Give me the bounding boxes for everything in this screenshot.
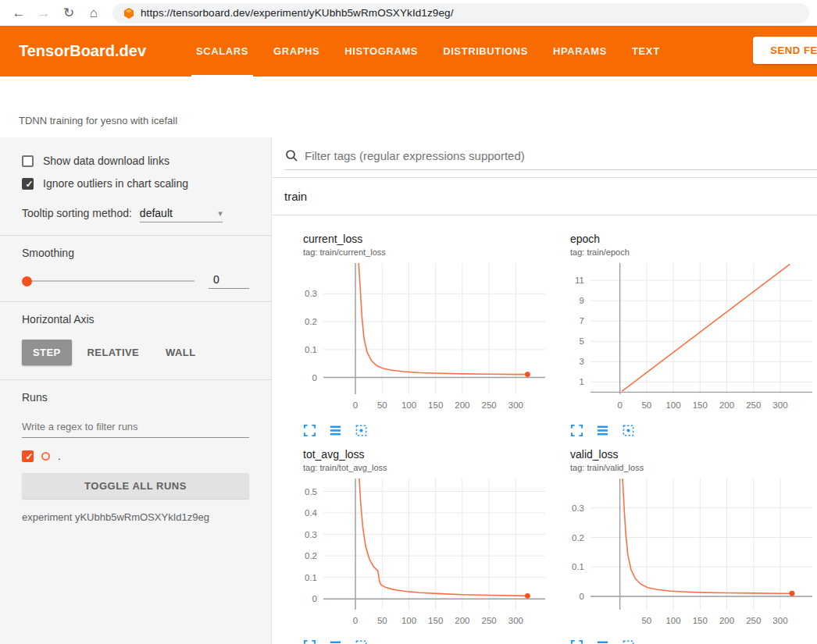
app-header: TensorBoard.dev SCALARSGRAPHSHISTOGRAMSD… <box>0 26 817 76</box>
fullscreen-icon[interactable] <box>303 424 316 437</box>
x-tick-label: 200 <box>455 400 469 410</box>
chart-toolbar <box>551 424 817 437</box>
chart-toolbar <box>284 424 551 437</box>
fit-domain-icon[interactable] <box>622 424 635 437</box>
y-tick-label: 0.1 <box>572 562 584 571</box>
x-tick-label: 0 <box>353 616 358 625</box>
chart-plot[interactable]: 05010015020025030000.10.20.3 <box>284 260 551 416</box>
y-tick-label: 0.3 <box>305 530 317 539</box>
chart-tag: tag: train/valid_loss <box>551 463 817 472</box>
x-tick-label: 200 <box>719 616 734 625</box>
y-tick-label: 3 <box>580 357 584 366</box>
x-tick-label: 250 <box>746 616 761 625</box>
axis-wall-button[interactable]: WALL <box>155 340 206 365</box>
show-download-links-checkbox[interactable]: Show data download links <box>22 155 249 167</box>
toggle-all-runs-button[interactable]: TOGGLE ALL RUNS <box>22 473 249 499</box>
chart-title: current_loss <box>284 233 551 245</box>
sidebar-divider <box>0 235 271 236</box>
tooltip-sorting-value: default <box>140 207 173 219</box>
browser-chrome: ← → ↻ ⌂ https://tensorboard.dev/experime… <box>0 0 817 26</box>
checkbox-unchecked-icon <box>22 155 34 167</box>
chart-card-epoch: epochtag: train/epoch0501001502002503001… <box>551 233 817 437</box>
run-checkbox-checked-icon[interactable] <box>22 450 34 462</box>
chart-grid: current_losstag: train/current_loss05010… <box>272 215 817 644</box>
view-data-icon[interactable] <box>329 424 342 437</box>
chart-plot[interactable]: 0501001502002503001357911 <box>551 260 817 416</box>
filter-tags-row <box>284 148 817 170</box>
y-tick-label: 0.2 <box>572 533 584 543</box>
fullscreen-icon[interactable] <box>570 424 583 437</box>
tooltip-sorting-label: Tooltip sorting method: <box>22 207 132 219</box>
y-tick-label: 0.1 <box>305 573 317 582</box>
y-tick-label: 7 <box>580 316 584 326</box>
chart-plot[interactable]: 5010015020025030000.10.20.3 <box>551 475 817 632</box>
y-tick-label: 1 <box>580 377 584 386</box>
x-tick-label: 150 <box>693 616 708 625</box>
url-text: https://tensorboard.dev/experiment/yKUbh… <box>141 7 454 19</box>
y-tick-label: 9 <box>580 296 584 305</box>
x-tick-label: 100 <box>401 400 416 410</box>
back-icon[interactable]: ← <box>8 2 30 24</box>
y-tick-label: 0.2 <box>305 317 317 326</box>
horizontal-axis-label: Horizontal Axis <box>22 313 249 326</box>
checkbox-checked-icon <box>22 178 34 190</box>
chart-tag: tag: train/current_loss <box>284 247 551 257</box>
content: Show data download links Ignore outliers… <box>0 137 817 644</box>
chart-title: tot_avg_loss <box>284 448 551 461</box>
tab-scalars[interactable]: SCALARS <box>184 26 261 76</box>
forward-icon[interactable]: → <box>33 2 55 24</box>
final-point-dot <box>790 591 795 596</box>
smoothing-value-input[interactable]: 0 <box>209 273 249 289</box>
x-tick-label: 250 <box>482 400 497 410</box>
ignore-outliers-checkbox[interactable]: Ignore outliers in chart scaling <box>22 177 249 190</box>
fit-domain-icon[interactable] <box>355 639 368 644</box>
fit-domain-icon[interactable] <box>622 639 635 644</box>
y-tick-label: 0.3 <box>305 289 317 298</box>
chart-title: epoch <box>551 233 817 245</box>
x-tick-label: 50 <box>377 616 387 625</box>
run-row[interactable]: . <box>22 450 249 462</box>
axis-step-button[interactable]: STEP <box>22 340 72 365</box>
chart-tag: tag: train/tot_avg_loss <box>284 463 551 472</box>
y-tick-label: 5 <box>580 336 584 346</box>
tab-graphs[interactable]: GRAPHS <box>261 26 332 76</box>
home-icon[interactable]: ⌂ <box>83 2 105 24</box>
view-data-icon[interactable] <box>329 639 342 644</box>
tab-histograms[interactable]: HISTOGRAMS <box>332 26 430 76</box>
x-tick-label: 250 <box>746 400 761 410</box>
tab-text[interactable]: TEXT <box>619 26 673 76</box>
site-favicon <box>123 8 134 19</box>
tab-distributions[interactable]: DISTRIBUTIONS <box>430 26 541 76</box>
chart-tag: tag: train/epoch <box>551 247 817 257</box>
send-feedback-button[interactable]: SEND FEEDBACK <box>753 37 817 64</box>
y-tick-label: 0 <box>312 594 317 603</box>
x-tick-label: 100 <box>665 616 680 625</box>
x-tick-label: 100 <box>401 616 416 625</box>
chart-card-current_loss: current_losstag: train/current_loss05010… <box>284 233 551 437</box>
nav-tabs: SCALARSGRAPHSHISTOGRAMSDISTRIBUTIONSHPAR… <box>184 26 673 76</box>
view-data-icon[interactable] <box>596 639 609 644</box>
x-tick-label: 200 <box>719 400 734 410</box>
tab-hparams[interactable]: HPARAMS <box>541 26 619 76</box>
tag-group-title: train <box>284 190 307 203</box>
ignore-outliers-label: Ignore outliers in chart scaling <box>43 177 188 190</box>
x-tick-label: 150 <box>693 400 708 410</box>
smoothing-slider[interactable] <box>22 280 194 282</box>
filter-tags-input[interactable] <box>305 149 817 162</box>
fullscreen-icon[interactable] <box>570 639 583 644</box>
reload-icon[interactable]: ↻ <box>58 2 80 24</box>
run-name: . <box>58 450 61 462</box>
chart-plot[interactable]: 05010015020025030000.10.20.30.40.5 <box>284 475 551 632</box>
sidebar-divider <box>0 379 271 380</box>
chart-toolbar <box>551 639 817 644</box>
address-bar[interactable]: https://tensorboard.dev/experiment/yKUbh… <box>112 3 809 23</box>
tag-group-header[interactable]: train <box>272 178 817 215</box>
tooltip-sorting-select[interactable]: default ▾ <box>140 207 223 222</box>
view-data-icon[interactable] <box>596 424 609 437</box>
axis-relative-button[interactable]: RELATIVE <box>77 340 151 365</box>
fullscreen-icon[interactable] <box>303 639 316 644</box>
x-tick-label: 100 <box>665 400 680 410</box>
fit-domain-icon[interactable] <box>355 424 368 437</box>
runs-filter-input[interactable] <box>22 418 249 438</box>
slider-thumb[interactable] <box>22 276 32 286</box>
